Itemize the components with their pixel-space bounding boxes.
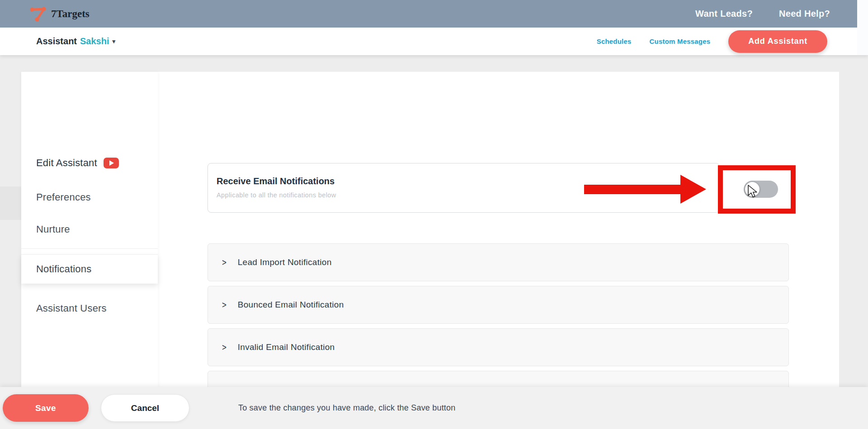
subheader-actions: Schedules Custom Messages Add Assistant	[597, 30, 827, 53]
receive-email-title: Receive Email Notifications	[217, 176, 335, 187]
logo[interactable]: 7Targets	[29, 6, 90, 22]
logo-text: 7Targets	[51, 8, 90, 20]
assistant-name: Sakshi	[80, 36, 109, 47]
sidebar-divider	[21, 248, 158, 249]
accordion-label: Lead Import Notification	[238, 257, 332, 267]
add-assistant-button[interactable]: Add Assistant	[728, 30, 827, 53]
notifications-panel: Notifications Manage all your notificati…	[158, 72, 839, 387]
logo-icon	[29, 6, 48, 22]
sidebar-item-label: Assistant Users	[36, 303, 107, 314]
accordion-row-partial[interactable]	[208, 371, 789, 387]
sidebar-item-label: Nurture	[36, 224, 70, 235]
save-button[interactable]: Save	[3, 394, 89, 422]
sidebar: Edit Assistant Preferences Nurture Notif…	[21, 72, 158, 387]
scrollbar-track[interactable]	[857, 0, 868, 55]
topbar-links: Want Leads? Need Help?	[695, 9, 830, 19]
footer-hint-text: To save the changes you have made, click…	[238, 387, 456, 429]
footer-bar: Save Cancel To save the changes you have…	[0, 387, 868, 429]
sidebar-item-edit-assistant[interactable]: Edit Assistant	[21, 149, 158, 177]
mouse-cursor-icon	[747, 184, 759, 198]
cancel-button[interactable]: Cancel	[101, 394, 189, 422]
receive-email-subtitle: Applicable to all the notifications belo…	[217, 191, 336, 199]
chevron-right-icon: >	[222, 343, 226, 352]
want-leads-link[interactable]: Want Leads?	[695, 9, 753, 19]
active-item-shadow	[0, 187, 21, 220]
sidebar-item-label: Notifications	[36, 263, 91, 275]
chevron-down-icon: ▾	[113, 38, 116, 45]
custom-messages-link[interactable]: Custom Messages	[650, 37, 711, 45]
top-navbar: 7Targets Want Leads? Need Help?	[0, 0, 868, 28]
sidebar-item-label: Preferences	[36, 191, 91, 203]
schedules-link[interactable]: Schedules	[597, 37, 632, 45]
youtube-icon[interactable]	[104, 158, 119, 168]
need-help-link[interactable]: Need Help?	[779, 9, 830, 19]
annotation-arrow-head	[680, 175, 706, 204]
sidebar-item-notifications[interactable]: Notifications	[21, 255, 158, 284]
sub-header: Assistant Sakshi ▾ Schedules Custom Mess…	[0, 28, 868, 55]
page: { "topbar": { "logo_text": "7Targets", "…	[0, 0, 868, 429]
accordion-label: Bounced Email Notification	[238, 300, 344, 310]
accordion-invalid-email-notification[interactable]: > Invalid Email Notification	[208, 328, 789, 366]
sidebar-item-preferences[interactable]: Preferences	[21, 183, 158, 212]
chevron-right-icon: >	[222, 300, 226, 309]
accordion-label: Invalid Email Notification	[238, 342, 335, 352]
chevron-right-icon: >	[222, 258, 226, 267]
sidebar-item-label: Edit Assistant	[36, 157, 97, 169]
accordion-lead-import-notification[interactable]: > Lead Import Notification	[208, 243, 789, 281]
sidebar-item-nurture[interactable]: Nurture	[21, 215, 158, 244]
assistant-selector[interactable]: Assistant Sakshi ▾	[36, 36, 115, 47]
sidebar-item-assistant-users[interactable]: Assistant Users	[21, 294, 158, 323]
accordion-bounced-email-notification[interactable]: > Bounced Email Notification	[208, 286, 789, 324]
assistant-label: Assistant	[36, 36, 77, 47]
annotation-arrow-shaft	[584, 185, 681, 194]
